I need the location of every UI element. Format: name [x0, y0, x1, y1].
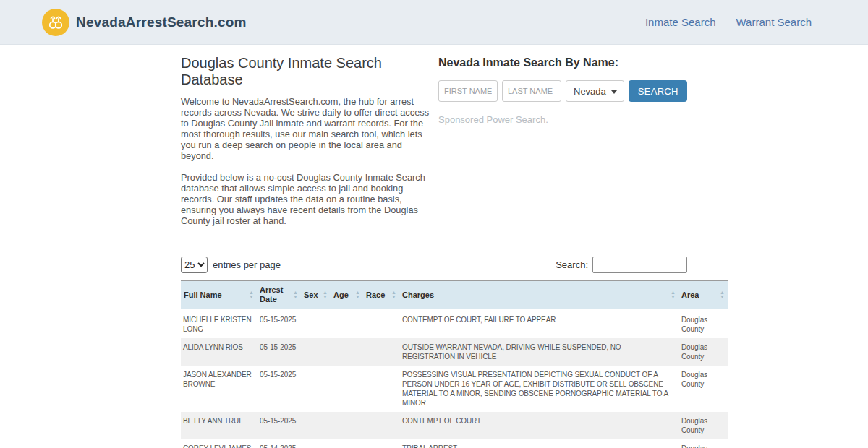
- sort-icon: ▲▼: [293, 290, 298, 299]
- intro-paragraph-2: Provided below is a no-cost Douglas Coun…: [181, 172, 430, 226]
- cell-arrest-date: 05-14-2025: [257, 439, 301, 448]
- main-content: Douglas County Inmate Search Database We…: [181, 53, 687, 448]
- site-logo[interactable]: NevadaArrestSearch.com: [42, 9, 247, 36]
- cell-race: [363, 412, 399, 439]
- state-select-wrap: Nevada: [566, 80, 624, 102]
- cell-age: [331, 310, 363, 339]
- cell-area: Douglas County: [678, 366, 728, 412]
- sort-icon: ▲▼: [323, 290, 328, 299]
- sort-icon: ▲▼: [671, 290, 676, 299]
- cell-arrest-date: 05-15-2025: [257, 310, 301, 339]
- last-name-input[interactable]: [502, 80, 561, 102]
- sort-icon: ▲▼: [391, 290, 396, 299]
- cell-race: [363, 310, 399, 339]
- column-header-arrest-date[interactable]: Arrest Date▲▼: [257, 281, 301, 310]
- column-header-age[interactable]: Age▲▼: [331, 281, 363, 310]
- column-label: Age: [333, 290, 349, 300]
- sort-icon: ▲▼: [720, 290, 725, 299]
- cell-age: [331, 412, 363, 439]
- cell-charges: CONTEMPT OF COURT, FAILURE TO APPEAR: [399, 310, 678, 339]
- column-label: Race: [366, 290, 385, 300]
- cell-sex: [301, 439, 331, 448]
- cell-full-name: JASON ALEXANDER BROWNE: [181, 366, 257, 412]
- site-title: NevadaArrestSearch.com: [76, 14, 247, 30]
- inmate-table-body: MICHELLE KRISTEN LONG05-15-2025CONTEMPT …: [181, 310, 728, 448]
- first-name-input[interactable]: [438, 80, 498, 102]
- column-header-sex[interactable]: Sex▲▼: [301, 281, 331, 310]
- name-search-panel: Nevada Inmate Search By Name: Nevada SEA…: [438, 53, 687, 237]
- cell-full-name: BETTY ANN TRUE: [181, 412, 257, 439]
- column-label: Area: [681, 290, 699, 300]
- cell-full-name: ALIDA LYNN RIOS: [181, 338, 257, 366]
- cell-area: Douglas County: [678, 310, 728, 339]
- cell-arrest-date: 05-15-2025: [257, 338, 301, 366]
- column-header-race[interactable]: Race▲▼: [363, 281, 399, 310]
- cell-full-name: COREY LEVI JAMES: [181, 439, 257, 448]
- page-title: Douglas County Inmate Search Database: [181, 55, 430, 88]
- top-header-bar: NevadaArrestSearch.com Inmate Search War…: [0, 0, 868, 45]
- cell-sex: [301, 310, 331, 339]
- cell-sex: [301, 366, 331, 412]
- column-label: Sex: [304, 290, 318, 300]
- column-header-area[interactable]: Area▲▼: [678, 281, 728, 310]
- cell-charges: CONTEMPT OF COURT: [399, 412, 678, 439]
- table-row: ALIDA LYNN RIOS05-15-2025OUTSIDE WARRANT…: [181, 338, 728, 366]
- search-panel-title: Nevada Inmate Search By Name:: [438, 56, 687, 69]
- cell-sex: [301, 412, 331, 439]
- table-search-input[interactable]: [592, 257, 687, 273]
- nav-inmate-search[interactable]: Inmate Search: [645, 16, 716, 28]
- cell-area: Douglas County: [678, 439, 728, 448]
- column-header-charges[interactable]: Charges▲▼: [399, 281, 678, 310]
- cell-race: [363, 338, 399, 366]
- column-label: Full Name: [184, 290, 222, 300]
- top-navigation: Inmate Search Warrant Search: [645, 16, 812, 28]
- table-row: COREY LEVI JAMES05-14-2025TRIBAL ARRESTD…: [181, 439, 728, 448]
- cell-age: [331, 338, 363, 366]
- handcuffs-icon: [42, 9, 69, 36]
- table-row: JASON ALEXANDER BROWNE05-15-2025POSSESSI…: [181, 366, 728, 412]
- page-size-select[interactable]: 25: [181, 257, 208, 273]
- column-label: Charges: [402, 290, 434, 300]
- intro-section: Douglas County Inmate Search Database We…: [181, 53, 430, 237]
- sort-icon: ▲▼: [355, 290, 360, 299]
- column-header-full-name[interactable]: Full Name▲▼: [181, 281, 257, 310]
- column-label: Arrest Date: [260, 285, 292, 304]
- table-controls: 25 entries per page Search:: [181, 257, 687, 273]
- cell-area: Douglas County: [678, 338, 728, 366]
- state-select[interactable]: Nevada: [566, 81, 624, 101]
- cell-charges: TRIBAL ARREST: [399, 439, 678, 448]
- table-row: BETTY ANN TRUE05-15-2025CONTEMPT OF COUR…: [181, 412, 728, 439]
- cell-charges: POSSESSING VISUAL PRESENTATION DEPICTING…: [399, 366, 678, 412]
- cell-age: [331, 439, 363, 448]
- table-header-row: Full Name▲▼Arrest Date▲▼Sex▲▼Age▲▼Race▲▼…: [181, 281, 728, 310]
- cell-race: [363, 366, 399, 412]
- cell-arrest-date: 05-15-2025: [257, 366, 301, 412]
- cell-age: [331, 366, 363, 412]
- entries-per-page-label: entries per page: [213, 259, 281, 270]
- cell-race: [363, 439, 399, 448]
- cell-full-name: MICHELLE KRISTEN LONG: [181, 310, 257, 339]
- sponsored-note: Sponsored Power Search.: [438, 114, 687, 125]
- cell-sex: [301, 338, 331, 366]
- search-button[interactable]: SEARCH: [629, 80, 687, 102]
- table-row: MICHELLE KRISTEN LONG05-15-2025CONTEMPT …: [181, 310, 728, 339]
- cell-area: Douglas County: [678, 412, 728, 439]
- cell-arrest-date: 05-15-2025: [257, 412, 301, 439]
- inmate-table: Full Name▲▼Arrest Date▲▼Sex▲▼Age▲▼Race▲▼…: [181, 280, 728, 448]
- table-search-label: Search:: [556, 259, 588, 270]
- intro-paragraph-1: Welcome to NevadaArrestSearch.com, the h…: [181, 96, 430, 161]
- sort-icon: ▲▼: [249, 290, 254, 299]
- cell-charges: OUTSIDE WARRANT NEVADA, DRIVING WHILE SU…: [399, 338, 678, 366]
- nav-warrant-search[interactable]: Warrant Search: [736, 16, 812, 28]
